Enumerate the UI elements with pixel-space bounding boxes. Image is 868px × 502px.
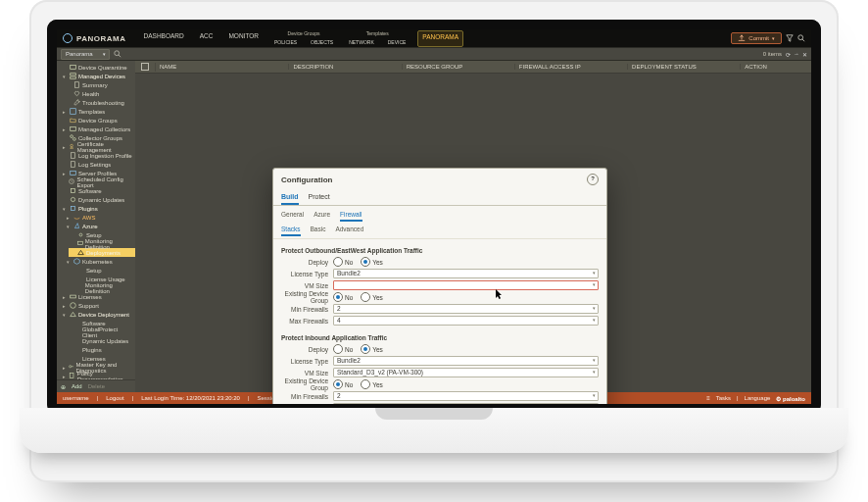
gear-icon — [77, 231, 84, 238]
tree-dd-gp[interactable]: GlobalProtect Client — [65, 327, 135, 336]
nav-policies[interactable]: POLICIES — [270, 37, 301, 47]
select-license-1[interactable]: Bundle2 — [333, 269, 599, 278]
export-icon[interactable]: → — [794, 51, 799, 58]
status-user[interactable]: username — [63, 395, 89, 401]
modal-title: Configuration — [281, 176, 332, 184]
radio-dg2-no[interactable] — [333, 379, 343, 389]
tree-dd-dyn[interactable]: Dynamic Updates — [65, 336, 135, 345]
modal-tab-protect[interactable]: Protect — [309, 190, 330, 205]
modal-sub2-basic[interactable]: Basic — [311, 224, 326, 236]
label-minfw-2: Min Firewalls — [281, 393, 328, 400]
modal-sub2-advanced[interactable]: Advanced — [335, 224, 363, 236]
tree-md-troubleshooting[interactable]: Troubleshooting — [65, 98, 135, 107]
tree-plugins[interactable]: ▾Plugins — [61, 204, 135, 213]
svg-rect-8 — [71, 109, 76, 115]
tree-k8s-setup[interactable]: Setup — [69, 266, 135, 275]
tree-templates[interactable]: ▸Templates — [61, 107, 135, 116]
status-language[interactable]: Language — [745, 395, 771, 401]
modal-tab-build[interactable]: Build — [281, 190, 299, 205]
col-checkbox[interactable] — [135, 63, 156, 72]
radio-dg1-yes[interactable] — [361, 292, 370, 302]
col-description[interactable]: DESCRIPTION — [289, 64, 402, 70]
wrench-icon — [73, 99, 80, 106]
sidebar: Device Quarantine ▾Managed Devices Summa… — [57, 61, 136, 379]
tree-support[interactable]: ▸Support — [61, 301, 135, 310]
col-resource-group[interactable]: RESOURCE GROUP — [403, 64, 515, 70]
search-icon[interactable] — [797, 34, 805, 42]
select-license-2[interactable]: Bundle2 — [333, 356, 599, 366]
tree-md-summary[interactable]: Summary — [65, 80, 135, 89]
radio-deploy2-yes[interactable] — [361, 344, 370, 354]
col-name[interactable]: NAME — [156, 64, 289, 70]
tree-managed-collectors[interactable]: ▸Managed Collectors — [61, 125, 135, 133]
chevron-down-icon: ▾ — [772, 35, 775, 41]
tree-md-health[interactable]: Health — [65, 89, 135, 98]
tree-plugin-aws[interactable]: ▸AWS — [65, 213, 135, 222]
commit-button[interactable]: Commit ▾ — [731, 32, 782, 44]
delete-button[interactable]: Delete — [88, 383, 105, 389]
modal-sub-azure[interactable]: Azure — [313, 209, 330, 222]
nav-monitor[interactable]: MONITOR — [224, 30, 263, 47]
license-icon — [70, 293, 76, 300]
tree-device-groups[interactable]: Device Groups — [61, 116, 135, 125]
nav-objects[interactable]: OBJECTS — [307, 37, 337, 47]
nav-group-dg-label: Device Groups — [288, 30, 320, 36]
add-button[interactable]: Add — [72, 383, 82, 389]
nav-panorama[interactable]: PANORAMA — [417, 30, 463, 47]
radio-deploy1-yes[interactable] — [361, 257, 370, 267]
tree-azure-mondef[interactable]: Monitoring Definition — [69, 239, 135, 248]
grid-search-icon[interactable] — [114, 50, 127, 58]
select-maxfw-2[interactable]: 3 — [333, 403, 599, 404]
radio-dg2-yes[interactable] — [361, 379, 370, 389]
modal-sub-general[interactable]: General — [281, 209, 304, 222]
select-minfw-1[interactable]: 2 — [333, 304, 599, 314]
help-icon[interactable]: ? — [587, 174, 599, 185]
nav-network[interactable]: NETWORK — [345, 37, 378, 47]
tree-log-settings[interactable]: Log Settings — [61, 160, 135, 169]
tree-plugin-azure[interactable]: ▾Azure — [65, 222, 135, 230]
select-maxfw-1[interactable]: 4 — [333, 316, 599, 326]
filter-icon[interactable] — [786, 34, 794, 42]
scope-dropdown[interactable]: Panorama — [61, 49, 110, 60]
deploy-icon — [70, 311, 76, 318]
tree-plugin-k8s[interactable]: ▾Kubernetes — [65, 257, 135, 266]
nav-dashboard[interactable]: DASHBOARD — [140, 30, 188, 47]
refresh-icon[interactable]: ⟳ — [786, 51, 791, 58]
topbar: PANORAMA DASHBOARD ACC MONITOR Device Gr… — [57, 29, 811, 48]
radio-deploy2-no[interactable] — [333, 344, 343, 354]
server-icon — [70, 170, 76, 176]
select-minfw-2[interactable]: 2 — [333, 391, 599, 401]
col-deployment-status[interactable]: DEPLOYMENT STATUS — [628, 64, 741, 70]
nav-device[interactable]: DEVICE — [384, 37, 410, 47]
tree-dd-plugins[interactable]: Plugins — [65, 345, 135, 354]
col-action[interactable]: ACTION — [741, 64, 811, 70]
label-minfw-1: Min Firewalls — [281, 306, 328, 313]
modal-sub-firewall[interactable]: Firewall — [340, 209, 362, 222]
tree-k8s-mondef[interactable]: Monitoring Definition — [69, 283, 135, 292]
gear-icon — [77, 267, 84, 274]
grid-header: NAME DESCRIPTION RESOURCE GROUP FIREWALL… — [135, 61, 811, 74]
modal-sub2-stacks[interactable]: Stacks — [281, 224, 301, 236]
key-icon — [69, 364, 73, 371]
server-icon — [70, 73, 76, 79]
tree-policy-rec[interactable]: ▸Policy Recommendation — [61, 372, 135, 379]
svg-rect-5 — [71, 74, 76, 75]
tree-device-quarantine[interactable]: Device Quarantine — [61, 63, 135, 72]
select-vmsize-1[interactable] — [333, 280, 599, 290]
select-vmsize-2[interactable]: Standard_D3_v2 (PA-VM-300) — [333, 368, 599, 377]
close-icon[interactable]: ✕ — [802, 51, 807, 58]
radio-deploy1-no[interactable] — [333, 257, 343, 267]
tree-device-deployment[interactable]: ▾Device Deployment — [61, 310, 135, 319]
status-logout[interactable]: Logout — [106, 395, 123, 401]
radio-dg1-no[interactable] — [333, 292, 343, 302]
status-tasks[interactable]: Tasks — [716, 395, 731, 401]
col-firewall-access-ip[interactable]: FIREWALL ACCESS IP — [515, 64, 628, 70]
tasks-icon[interactable]: ≡ — [706, 395, 710, 401]
nav-acc[interactable]: ACC — [196, 30, 217, 47]
add-icon[interactable]: ⊕ — [61, 383, 66, 390]
tree-log-ingest[interactable]: Log Ingestion Profile — [61, 151, 135, 160]
tree-sched-export[interactable]: Scheduled Config Export — [61, 177, 135, 186]
tree-cert-mgmt[interactable]: ▸Certificate Management — [61, 142, 135, 151]
tree-dyn-updates[interactable]: Dynamic Updates — [61, 195, 135, 204]
tree-managed-devices[interactable]: ▾Managed Devices — [61, 72, 135, 80]
